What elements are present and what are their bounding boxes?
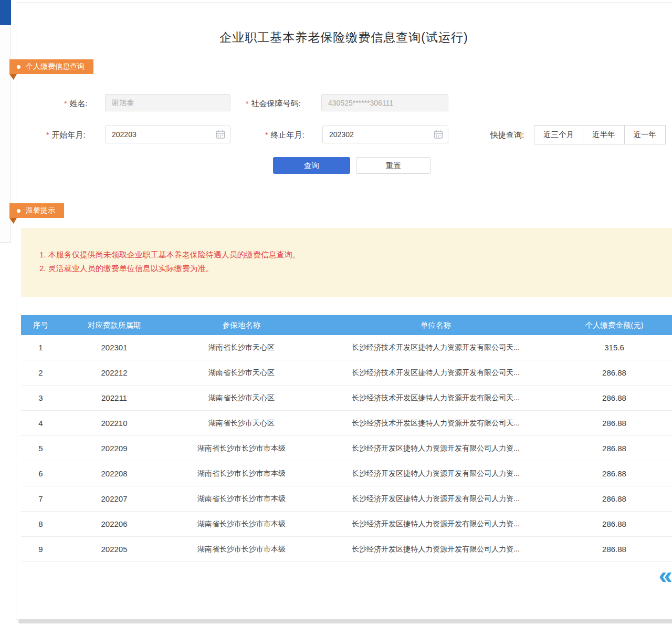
sidebar-toggle-tab[interactable] bbox=[0, 0, 11, 25]
table-row: 1 202301 湖南省长沙市天心区 长沙经济技术开发区捷特人力资源开发有限公司… bbox=[21, 335, 672, 360]
column-header-period: 对应费款所属期 bbox=[60, 320, 168, 330]
end-month-field[interactable] bbox=[322, 126, 448, 143]
horizontal-scrollbar[interactable] bbox=[18, 619, 672, 623]
table-header-row: 序号 对应费款所属期 参保地名称 单位名称 个人缴费金额(元) bbox=[21, 315, 672, 335]
end-month-picker bbox=[322, 126, 448, 143]
start-month-label: *开始年月: bbox=[46, 130, 86, 140]
required-asterisk: * bbox=[46, 131, 49, 139]
cell-company: 长沙经济开发区捷特人力资源开发有限公司人力资... bbox=[315, 545, 556, 554]
cell-period: 202209 bbox=[60, 444, 168, 453]
cell-seq: 1 bbox=[21, 343, 60, 352]
payment-records-table: 序号 对应费款所属期 参保地名称 单位名称 个人缴费金额(元) 1 202301… bbox=[21, 315, 672, 562]
cell-seq: 7 bbox=[21, 494, 60, 503]
start-month-picker bbox=[105, 126, 230, 143]
table-row: 7 202207 湖南省长沙市长沙市市本级 长沙经济开发区捷特人力资源开发有限公… bbox=[21, 486, 672, 512]
cell-period: 202211 bbox=[60, 393, 168, 402]
table-row: 3 202211 湖南省长沙市天心区 长沙经济技术开发区捷特人力资源开发有限公司… bbox=[21, 386, 672, 411]
cell-amount: 286.88 bbox=[556, 469, 672, 478]
cell-period: 202206 bbox=[60, 519, 168, 528]
required-asterisk: * bbox=[64, 99, 67, 108]
page: 企业职工基本养老保险缴费信息查询(试运行) 个人缴费信息查询 *姓名: *社会保… bbox=[0, 0, 672, 624]
cell-company: 长沙经济开发区捷特人力资源开发有限公司人力资... bbox=[315, 469, 556, 479]
collapse-panel-icon[interactable]: « bbox=[658, 563, 672, 587]
cell-amount: 315.6 bbox=[556, 343, 672, 352]
quick-query-button[interactable]: 近一年 bbox=[624, 125, 666, 144]
quick-query-group: 近三个月 近半年 近一年 bbox=[534, 125, 666, 144]
page-title: 企业职工基本养老保险缴费信息查询(试运行) bbox=[16, 29, 672, 46]
cell-seq: 8 bbox=[21, 519, 60, 528]
ssn-field[interactable] bbox=[321, 94, 448, 111]
cell-period: 202212 bbox=[60, 368, 168, 377]
table-row: 8 202206 湖南省长沙市长沙市市本级 长沙经济开发区捷特人力资源开发有限公… bbox=[21, 512, 672, 537]
cell-seq: 3 bbox=[21, 393, 60, 402]
calendar-icon[interactable] bbox=[434, 130, 443, 139]
table-row: 2 202212 湖南省长沙市天心区 长沙经济技术开发区捷特人力资源开发有限公司… bbox=[21, 360, 672, 386]
cell-area: 湖南省长沙市长沙市市本级 bbox=[168, 494, 315, 504]
cell-area: 湖南省长沙市长沙市市本级 bbox=[168, 469, 315, 479]
table-row: 5 202209 湖南省长沙市长沙市市本级 长沙经济开发区捷特人力资源开发有限公… bbox=[21, 436, 672, 461]
cell-area: 湖南省长沙市长沙市市本级 bbox=[168, 444, 315, 453]
cell-amount: 286.88 bbox=[556, 368, 672, 377]
section-badge-personal-query: 个人缴费信息查询 bbox=[9, 59, 93, 74]
section-badge-label: 温馨提示 bbox=[26, 206, 55, 215]
notice-line: 1. 本服务仅提供尚未领取企业职工基本养老保险待遇人员的缴费信息查询。 bbox=[21, 228, 672, 262]
bullet-dot-icon bbox=[17, 65, 20, 69]
table-row: 6 202208 湖南省长沙市长沙市市本级 长沙经济开发区捷特人力资源开发有限公… bbox=[21, 461, 672, 486]
cell-company: 长沙经济开发区捷特人力资源开发有限公司人力资... bbox=[315, 519, 556, 529]
cell-amount: 286.88 bbox=[556, 444, 672, 453]
cell-seq: 4 bbox=[21, 419, 60, 428]
cell-seq: 2 bbox=[21, 368, 60, 377]
cell-area: 湖南省长沙市天心区 bbox=[168, 343, 315, 352]
cell-seq: 5 bbox=[21, 444, 60, 453]
quick-query-button[interactable]: 近半年 bbox=[583, 125, 625, 144]
column-header-company: 单位名称 bbox=[315, 320, 556, 330]
name-label: *姓名: bbox=[64, 99, 88, 109]
bullet-dot-icon bbox=[17, 209, 20, 213]
cell-area: 湖南省长沙市天心区 bbox=[168, 419, 315, 428]
start-month-field[interactable] bbox=[105, 126, 230, 143]
column-header-seq: 序号 bbox=[21, 320, 60, 330]
quick-query-label: 快捷查询: bbox=[490, 130, 524, 140]
cell-company: 长沙经济技术开发区捷特人力资源开发有限公司天... bbox=[315, 368, 556, 378]
cell-area: 湖南省长沙市长沙市市本级 bbox=[168, 545, 315, 554]
cell-period: 202207 bbox=[60, 494, 168, 503]
cell-seq: 6 bbox=[21, 469, 60, 478]
cell-amount: 286.88 bbox=[556, 419, 672, 428]
cell-company: 长沙经济技术开发区捷特人力资源开发有限公司天... bbox=[315, 393, 556, 403]
cell-period: 202301 bbox=[60, 343, 168, 352]
column-header-area: 参保地名称 bbox=[168, 320, 315, 330]
warm-tips-notice: 1. 本服务仅提供尚未领取企业职工基本养老保险待遇人员的缴费信息查询。 2. 灵… bbox=[21, 228, 672, 297]
cell-company: 长沙经济技术开发区捷特人力资源开发有限公司天... bbox=[315, 343, 556, 352]
cell-company: 长沙经济技术开发区捷特人力资源开发有限公司天... bbox=[315, 419, 556, 428]
cell-company: 长沙经济开发区捷特人力资源开发有限公司人力资... bbox=[315, 494, 556, 504]
ssn-label: *社会保障号码: bbox=[246, 99, 301, 109]
cell-period: 202208 bbox=[60, 469, 168, 478]
cell-area: 湖南省长沙市天心区 bbox=[168, 368, 315, 378]
cell-amount: 286.88 bbox=[556, 494, 672, 503]
cell-area: 湖南省长沙市长沙市市本级 bbox=[168, 519, 315, 529]
cell-amount: 286.88 bbox=[556, 545, 672, 554]
cell-amount: 286.88 bbox=[556, 393, 672, 402]
cell-seq: 9 bbox=[21, 545, 60, 554]
required-asterisk: * bbox=[265, 131, 268, 139]
name-field[interactable] bbox=[105, 94, 230, 111]
table-row: 4 202210 湖南省长沙市天心区 长沙经济技术开发区捷特人力资源开发有限公司… bbox=[21, 411, 672, 436]
cell-area: 湖南省长沙市天心区 bbox=[168, 393, 315, 403]
query-button[interactable]: 查询 bbox=[273, 157, 350, 174]
calendar-icon[interactable] bbox=[216, 130, 225, 139]
notice-line: 2. 灵活就业人员的缴费单位信息以实际缴费为准。 bbox=[21, 262, 672, 275]
cell-company: 长沙经济开发区捷特人力资源开发有限公司人力资... bbox=[315, 444, 556, 453]
end-month-label: *终止年月: bbox=[265, 130, 304, 140]
quick-query-button[interactable]: 近三个月 bbox=[534, 125, 583, 144]
required-asterisk: * bbox=[246, 99, 248, 108]
section-badge-label: 个人缴费信息查询 bbox=[26, 62, 85, 71]
cell-amount: 286.88 bbox=[556, 519, 672, 528]
table-row: 9 202205 湖南省长沙市长沙市市本级 长沙经济开发区捷特人力资源开发有限公… bbox=[21, 537, 672, 562]
reset-button[interactable]: 重置 bbox=[356, 157, 430, 174]
cell-period: 202205 bbox=[60, 545, 168, 554]
cell-period: 202210 bbox=[60, 419, 168, 428]
section-badge-tips: 温馨提示 bbox=[9, 203, 64, 218]
column-header-amount: 个人缴费金额(元) bbox=[556, 320, 672, 330]
